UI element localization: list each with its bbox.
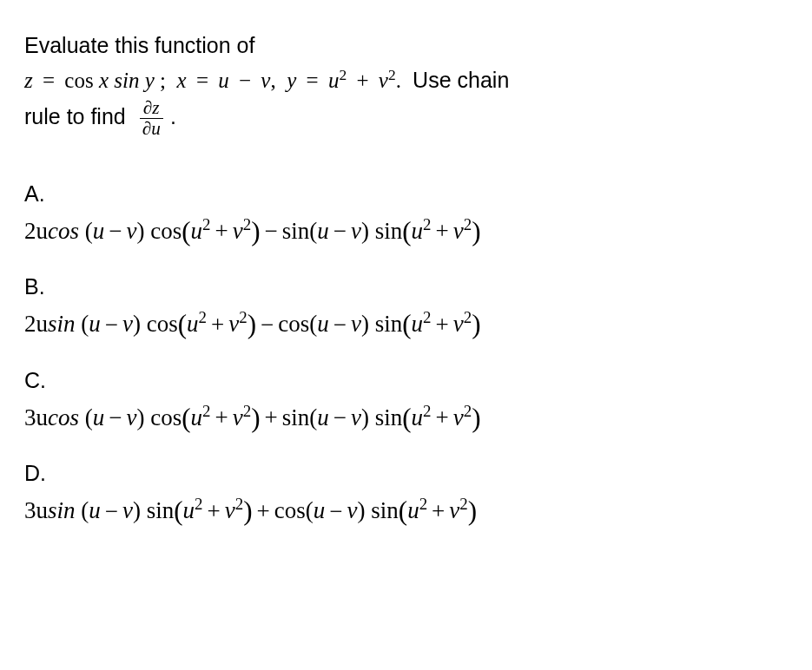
text-rule-to-find: rule to find bbox=[24, 104, 126, 128]
question-prompt: Evaluate this function of z = cos x sin … bbox=[24, 28, 788, 140]
fn4: sin bbox=[371, 498, 399, 524]
option-d-label: D. bbox=[24, 461, 788, 486]
s4: 2 bbox=[464, 309, 472, 327]
a1: u bbox=[89, 312, 101, 338]
fn3: sin bbox=[282, 404, 310, 430]
m2: − bbox=[325, 498, 347, 524]
options-list: A. 2ucos (u−v) cos(u2+v2)−sin(u−v) sin(u… bbox=[24, 181, 788, 532]
s1: 2 bbox=[195, 496, 202, 514]
a8: v bbox=[449, 498, 459, 524]
sup-2: 2 bbox=[388, 66, 396, 83]
s1: 2 bbox=[202, 215, 210, 233]
var-x1: x bbox=[99, 69, 109, 92]
m1: − bbox=[104, 218, 126, 244]
p1: + bbox=[207, 312, 228, 338]
a5: u bbox=[317, 404, 329, 430]
a4: v bbox=[233, 404, 243, 430]
a2: v bbox=[126, 404, 136, 430]
a8: v bbox=[453, 218, 464, 244]
a2: v bbox=[126, 218, 136, 244]
option-a-label: A. bbox=[24, 181, 788, 207]
mid-op: + bbox=[253, 498, 274, 524]
option-c[interactable]: C. 3ucos (u−v) cos(u2+v2)+sin(u−v) sin(u… bbox=[24, 368, 788, 439]
a1: u bbox=[93, 404, 105, 430]
a1: u bbox=[89, 498, 101, 524]
var-u1: u bbox=[218, 69, 229, 92]
option-d[interactable]: D. 3usin (u−v) sin(u2+v2)+cos(u−v) sin(u… bbox=[24, 461, 788, 532]
s3: 2 bbox=[423, 309, 431, 327]
p2: + bbox=[432, 404, 453, 430]
p1: + bbox=[211, 218, 233, 244]
fn1: cos bbox=[48, 404, 79, 430]
mid-op: − bbox=[261, 218, 282, 244]
fn4: sin bbox=[375, 312, 403, 338]
s2: 2 bbox=[235, 496, 243, 514]
s4: 2 bbox=[459, 496, 467, 514]
a2: v bbox=[122, 312, 133, 338]
a3: u bbox=[191, 218, 203, 244]
a7: u bbox=[412, 404, 424, 430]
fn4: sin bbox=[375, 404, 403, 430]
semicolon: ; bbox=[160, 69, 166, 92]
fn2: cos bbox=[147, 312, 178, 338]
frac-den: ∂u bbox=[140, 119, 163, 139]
option-b[interactable]: B. 2usin (u−v) cos(u2+v2)−cos(u−v) sin(u… bbox=[24, 274, 788, 345]
option-c-expression: 3ucos (u−v) cos(u2+v2)+sin(u−v) sin(u2+v… bbox=[24, 398, 788, 439]
s3: 2 bbox=[423, 215, 431, 233]
m2: − bbox=[329, 312, 351, 338]
mid-op: − bbox=[256, 312, 278, 338]
fn1: sin bbox=[48, 312, 76, 338]
fraction-dzdu: ∂z ∂u bbox=[140, 98, 163, 140]
var-y2: y bbox=[287, 69, 296, 92]
p2: + bbox=[432, 218, 453, 244]
fn2: sin bbox=[147, 498, 175, 524]
p2: + bbox=[427, 498, 449, 524]
equals-2: = bbox=[192, 69, 213, 92]
plus-1: + bbox=[352, 69, 373, 92]
coef: 2u bbox=[24, 312, 48, 338]
s1: 2 bbox=[202, 402, 210, 420]
a1: u bbox=[93, 218, 105, 244]
a7: u bbox=[407, 498, 419, 524]
var-z: z bbox=[24, 69, 33, 92]
a8: v bbox=[453, 404, 464, 430]
m2: − bbox=[329, 404, 351, 430]
option-a[interactable]: A. 2ucos (u−v) cos(u2+v2)−sin(u−v) sin(u… bbox=[24, 181, 788, 253]
fn3: cos bbox=[278, 312, 309, 338]
var-x2: x bbox=[177, 69, 187, 92]
option-b-label: B. bbox=[24, 274, 788, 299]
fn-sin-it: sin bbox=[114, 69, 139, 92]
fn4: sin bbox=[375, 218, 403, 244]
period-2: . bbox=[170, 104, 176, 128]
option-b-expression: 2usin (u−v) cos(u2+v2)−cos(u−v) sin(u2+v… bbox=[24, 305, 788, 345]
a4: v bbox=[225, 498, 235, 524]
a3: u bbox=[191, 404, 203, 430]
minus-1: − bbox=[234, 69, 255, 92]
s1: 2 bbox=[199, 309, 207, 327]
mid-op: + bbox=[261, 404, 282, 430]
var-y1: y bbox=[145, 69, 155, 92]
question-line-3: rule to find ∂z ∂u . bbox=[24, 98, 788, 140]
question-line-1: Evaluate this function of bbox=[24, 28, 788, 62]
s4: 2 bbox=[464, 215, 472, 233]
option-c-label: C. bbox=[24, 368, 788, 393]
a3: u bbox=[187, 312, 199, 338]
fn1: sin bbox=[48, 498, 76, 524]
period-1: . bbox=[396, 69, 401, 92]
var-v1: v bbox=[261, 69, 270, 92]
p2: + bbox=[432, 312, 453, 338]
coef: 2u bbox=[24, 218, 48, 244]
option-d-expression: 3usin (u−v) sin(u2+v2)+cos(u−v) sin(u2+v… bbox=[24, 491, 788, 532]
a7: u bbox=[412, 218, 424, 244]
m1: − bbox=[104, 404, 126, 430]
s3: 2 bbox=[419, 496, 427, 514]
fn2: cos bbox=[150, 404, 182, 430]
a6: v bbox=[347, 498, 358, 524]
m1: − bbox=[101, 498, 122, 524]
var-u2: u bbox=[328, 69, 340, 92]
coef: 3u bbox=[24, 404, 48, 430]
question-line-2: z = cos x sin y ; x = u − v, y = u2 + v2… bbox=[24, 62, 788, 98]
a6: v bbox=[351, 312, 361, 338]
var-v2: v bbox=[379, 69, 388, 92]
s3: 2 bbox=[423, 402, 431, 420]
